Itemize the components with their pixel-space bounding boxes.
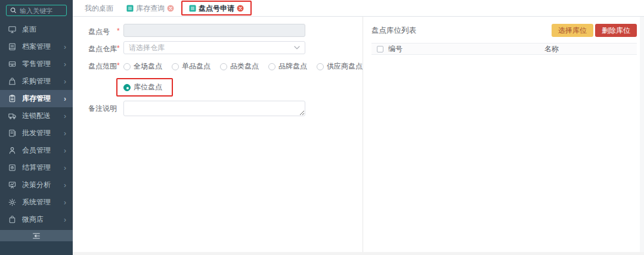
safe-icon [8,163,17,172]
sidebar-item-label: 系统管理 [22,197,51,207]
warehouse-label: 盘点仓库 [88,41,117,54]
horizontal-scrollbar[interactable] [73,252,644,255]
remark-textarea[interactable] [123,101,305,116]
document-tab-icon [189,5,196,12]
close-icon[interactable] [237,5,244,12]
location-list-panel: 盘点库位列表 选择库位 删除库位 编号 名称 [363,17,644,255]
sidebar-footer [0,241,73,255]
radio-category-count[interactable]: 品类盘点 [220,61,259,71]
chevron-right-icon: › [64,198,66,207]
chevron-right-icon: › [64,60,66,69]
chevron-right-icon: › [64,95,66,103]
main-area: 我的桌面 库存查询 盘点号申请 盘点号 * [73,0,644,255]
radio-brand-count[interactable]: 品牌盘点 [268,61,307,71]
radio-location-count[interactable]: 库位盘点 [123,82,162,92]
warehouse-select-placeholder: 请选择仓库 [129,43,294,53]
search-input[interactable] [20,7,63,14]
required-asterisk: * [117,41,122,52]
chevron-right-icon: › [64,43,66,51]
app-window: 桌面 档案管理 › 零售管理 › 采购管理 › 库存管理 › [0,0,644,255]
tab-my-desktop[interactable]: 我的桌面 [80,0,118,17]
radio-label: 品类盘点 [230,61,259,71]
sidebar-item-label: 桌面 [22,24,36,35]
form-row-warehouse: 盘点仓库 * 请选择仓库 [88,41,363,54]
close-icon[interactable] [167,5,174,12]
sidebar-item-label: 连锁配送 [22,111,51,121]
sidebar-item-distribution[interactable]: 连锁配送 › [0,107,73,125]
truck-icon [8,111,17,120]
form-row-remark: 备注说明 [88,101,363,116]
sidebar-item-label: 批发管理 [22,128,51,138]
radio-full-store-count[interactable]: 全场盘点 [123,61,162,71]
chevron-right-icon: › [64,129,66,138]
remark-label: 备注说明 [88,101,117,114]
radio-supplier-count[interactable]: 供应商盘点 [317,61,363,71]
tab-label: 盘点号申请 [199,5,234,12]
radio-label: 全场盘点 [134,61,162,71]
archive-icon [8,42,17,51]
scope-radio-row-2: 库位盘点 [123,75,363,97]
sidebar-collapse-toggle[interactable] [0,230,73,241]
vertical-scrollbar[interactable] [640,17,644,252]
sidebar-item-settlement[interactable]: 结算管理 › [0,159,73,176]
sidebar-item-member[interactable]: 会员管理 › [0,142,73,159]
delete-location-button[interactable]: 删除库位 [595,24,637,37]
select-location-button[interactable]: 选择库位 [552,24,593,37]
sidebar-item-label: 零售管理 [22,59,51,69]
document-icon [8,129,17,138]
sidebar-search-box [6,5,67,16]
sidebar-item-inventory[interactable]: 库存管理 › [0,90,73,107]
sidebar-item-system[interactable]: 系统管理 › [0,194,73,211]
tab-inventory-query[interactable]: 库存查询 [122,0,179,17]
tab-bar: 我的桌面 库存查询 盘点号申请 [73,0,644,17]
sidebar-item-label: 库存管理 [22,94,51,104]
location-list-title: 盘点库位列表 [371,26,416,36]
radio-label: 库位盘点 [134,82,162,92]
sidebar-item-archive[interactable]: 档案管理 › [0,38,73,55]
form-row-scope: 盘点范围 * 全场盘点 单品盘点 [88,58,363,97]
location-list-header: 盘点库位列表 选择库位 删除库位 [371,23,637,38]
retail-icon [8,60,17,69]
radio-single-item-count[interactable]: 单品盘点 [172,61,210,71]
sidebar-item-label: 结算管理 [22,163,51,173]
location-table-header: 编号 名称 [371,43,637,55]
collapse-menu-icon [32,232,41,240]
location-table-body [371,55,637,79]
tab-label: 库存查询 [136,5,165,12]
sidebar-item-label: 档案管理 [22,42,51,52]
chevron-right-icon: › [64,112,66,120]
stocktake-form: 盘点号 * 盘点仓库 * 请选择仓库 盘点范围 * [73,17,363,255]
scope-radio-row-1: 全场盘点 单品盘点 品类盘点 [123,58,363,71]
sidebar-menu: 桌面 档案管理 › 零售管理 › 采购管理 › 库存管理 › [0,21,73,228]
annotation-box-selected-radio: 库位盘点 [116,78,173,97]
location-list-actions: 选择库位 删除库位 [552,24,637,37]
sidebar-item-microshop[interactable]: 微商店 › [0,211,73,228]
sidebar-item-analysis[interactable]: 决策分析 › [0,176,73,194]
count-no-input[interactable] [123,24,305,37]
warehouse-select[interactable]: 请选择仓库 [123,41,305,54]
content-area: 盘点号 * 盘点仓库 * 请选择仓库 盘点范围 * [73,17,644,255]
chevron-right-icon: › [64,77,66,86]
radio-circle-icon [268,63,275,70]
search-icon [10,7,17,14]
sidebar-item-retail[interactable]: 零售管理 › [0,55,73,73]
chevron-right-icon: › [64,147,66,155]
sidebar-item-label: 会员管理 [22,145,51,156]
sidebar-item-desktop[interactable]: 桌面 [0,21,73,38]
sidebar-item-label: 决策分析 [22,180,51,190]
radio-label: 供应商盘点 [327,61,363,71]
shop-bag-icon [8,215,17,224]
radio-circle-icon [123,84,131,91]
sidebar: 桌面 档案管理 › 零售管理 › 采购管理 › 库存管理 › [0,0,73,255]
required-spacer [117,101,122,104]
tab-label: 我的桌面 [85,5,113,12]
sidebar-item-label: 微商店 [22,214,44,225]
chevron-right-icon: › [64,216,66,224]
document-tab-icon [126,5,134,12]
tab-stocktake-application[interactable]: 盘点号申请 [184,0,249,17]
select-all-checkbox[interactable] [377,46,383,52]
column-header-number: 编号 [388,44,544,54]
annotation-box-active-tab: 盘点号申请 [181,1,252,15]
sidebar-item-wholesale[interactable]: 批发管理 › [0,125,73,142]
sidebar-item-purchase[interactable]: 采购管理 › [0,73,73,90]
